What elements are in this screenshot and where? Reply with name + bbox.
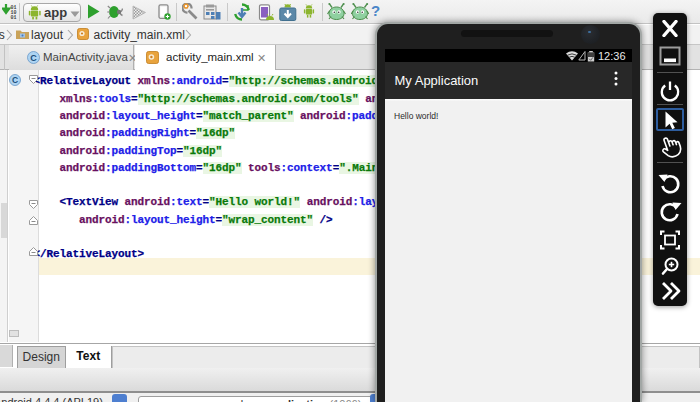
svg-text:C: C xyxy=(12,75,18,85)
svg-text:C: C xyxy=(30,52,37,62)
svg-text:01: 01 xyxy=(11,15,17,20)
